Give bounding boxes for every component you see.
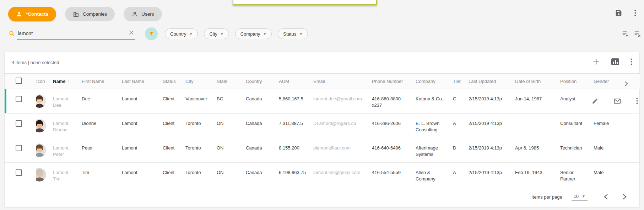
select-all-checkbox[interactable]	[16, 78, 22, 84]
playlist-remove-icon[interactable]	[634, 31, 641, 37]
cell-country: Canada	[246, 89, 279, 114]
save-icon[interactable]	[615, 9, 622, 17]
scroll-columns-right-icon[interactable]	[624, 81, 635, 86]
contact-row[interactable]: Lamont, PeterPeterLamontClientTorontoONC…	[5, 138, 640, 163]
cell-country: Canada	[246, 114, 279, 138]
cell-tier: A	[453, 114, 469, 138]
cell-city: Toronto	[185, 114, 217, 138]
cell-country: Canada	[246, 138, 279, 163]
table-more-vertical-icon[interactable]	[631, 58, 632, 65]
tab-companies[interactable]: Companies	[65, 7, 115, 21]
filter-chip-city[interactable]: City ▼	[204, 28, 229, 39]
selection-summary: 4 items | none selected	[12, 60, 59, 65]
avatar	[36, 168, 46, 182]
cell-gender: Male	[594, 138, 624, 163]
cell-company: E. L. Brown Consulting	[416, 114, 453, 138]
edit-pencil-icon[interactable]	[592, 98, 598, 104]
filter-chip-company[interactable]: Company ▼	[235, 28, 272, 39]
cell-phone: 416-640-6496	[372, 138, 416, 163]
cell-gender: Male	[594, 163, 624, 187]
chevron-down-icon: ▼	[220, 32, 224, 36]
add-contact-icon[interactable]	[592, 58, 600, 65]
filter-funnel-button[interactable]	[145, 27, 158, 40]
tab-users[interactable]: Users	[124, 7, 162, 21]
column-header-updated[interactable]: Last Updated	[469, 74, 515, 89]
row-more-vertical-icon[interactable]	[636, 98, 638, 104]
column-header-aum[interactable]: AUM	[279, 74, 313, 89]
column-header-dob[interactable]: Date of Birth	[515, 74, 560, 89]
column-header-email[interactable]: Email	[313, 74, 372, 89]
chevron-down-icon: ▼	[582, 194, 585, 198]
cell-name: Lamont, Dionne	[53, 114, 82, 138]
email-envelope-icon[interactable]	[614, 98, 621, 104]
cell-name: Lamont, Peter	[53, 138, 82, 163]
contact-row[interactable]: Lamont, DionneDionneLamontClientTorontoO…	[5, 114, 640, 138]
column-header-tier[interactable]: Tier	[453, 74, 469, 89]
column-header-last[interactable]: Last Name	[122, 74, 163, 89]
column-header-status[interactable]: Status	[163, 74, 185, 89]
cell-dob: Feb 19, 1943	[515, 163, 560, 187]
cell-email: DLamont@rogers.ca	[313, 114, 372, 138]
contacts-table: IconName↑First NameLast NameStatusCitySt…	[5, 73, 640, 187]
column-header-phone[interactable]: Phone Number	[372, 74, 416, 89]
playlist-add-icon[interactable]	[622, 31, 629, 37]
row-checkbox[interactable]	[16, 96, 22, 102]
row-checkbox[interactable]	[16, 120, 22, 127]
chip-country-label: Country	[170, 31, 186, 37]
column-header-gender[interactable]: Gender	[594, 74, 624, 89]
cell-aum: 5,860,167.5	[279, 89, 313, 114]
chip-status-label: Status	[283, 31, 296, 37]
cell-tier: A	[453, 163, 469, 187]
user-outline-icon	[131, 11, 138, 17]
filter-chip-status[interactable]: Status ▼	[278, 28, 308, 39]
tab-contacts[interactable]: *Contacts	[8, 7, 56, 21]
items-per-page-label: Items per page	[531, 194, 562, 200]
cell-phone: 416-554-5559	[372, 163, 416, 187]
cell-position: Technician	[560, 138, 594, 163]
contact-row[interactable]: Lamont, TimTimLamontClientTorontoONCanad…	[5, 163, 640, 187]
cell-country: Canada	[246, 163, 279, 187]
column-header-position[interactable]: Position	[560, 74, 594, 89]
cell-first: Tim	[82, 163, 122, 187]
cell-name: Lamont, Dee	[53, 89, 82, 114]
column-header-company[interactable]: Company	[416, 74, 453, 89]
filter-chip-country[interactable]: Country ▼	[165, 28, 198, 39]
page-size-select[interactable]: 10 ▼	[572, 193, 588, 201]
funnel-icon	[148, 31, 155, 37]
cell-phone: 416-296-2606	[372, 114, 416, 138]
row-actions	[592, 98, 638, 104]
column-header-name[interactable]: Name↑	[53, 74, 82, 89]
column-header-state[interactable]: State	[217, 74, 246, 89]
cell-first: Peter	[82, 138, 122, 163]
column-header-first[interactable]: First Name	[82, 74, 122, 89]
row-checkbox[interactable]	[16, 145, 22, 151]
cell-gender: Female	[594, 114, 624, 138]
column-header-city[interactable]: City	[185, 74, 217, 89]
tab-contacts-label: *Contacts	[26, 11, 48, 17]
cell-status: Client	[163, 89, 185, 114]
column-header-icon[interactable]: Icon	[36, 74, 53, 89]
cell-state: ON	[217, 114, 246, 138]
contact-row[interactable]: Lamont, DeeDeeLamontClientVancouverBCCan…	[5, 89, 640, 114]
clear-search-icon[interactable]	[129, 30, 134, 35]
table-header-row: IconName↑First NameLast NameStatusCitySt…	[5, 74, 640, 89]
search-input[interactable]	[18, 31, 114, 36]
cell-state: ON	[217, 138, 246, 163]
person-icon	[16, 11, 22, 17]
row-checkbox[interactable]	[16, 169, 22, 176]
chip-city-label: City	[209, 31, 217, 37]
column-header-country[interactable]: Country	[246, 74, 279, 89]
chevron-down-icon: ▼	[263, 32, 266, 36]
cell-aum: 6,198,963.75	[279, 163, 313, 187]
bar-chart-icon[interactable]	[611, 58, 619, 65]
avatar	[36, 143, 46, 157]
search-box	[9, 27, 137, 40]
cell-company: Allen & Company	[416, 163, 453, 187]
previous-page-button[interactable]	[604, 194, 608, 200]
next-page-button[interactable]	[622, 194, 627, 200]
building-icon	[73, 11, 79, 17]
more-vertical-icon[interactable]	[634, 10, 636, 16]
entity-tabs: *Contacts Companies Users	[8, 7, 162, 21]
chevron-down-icon: ▼	[189, 32, 193, 36]
cell-last: Lamont	[122, 138, 163, 163]
